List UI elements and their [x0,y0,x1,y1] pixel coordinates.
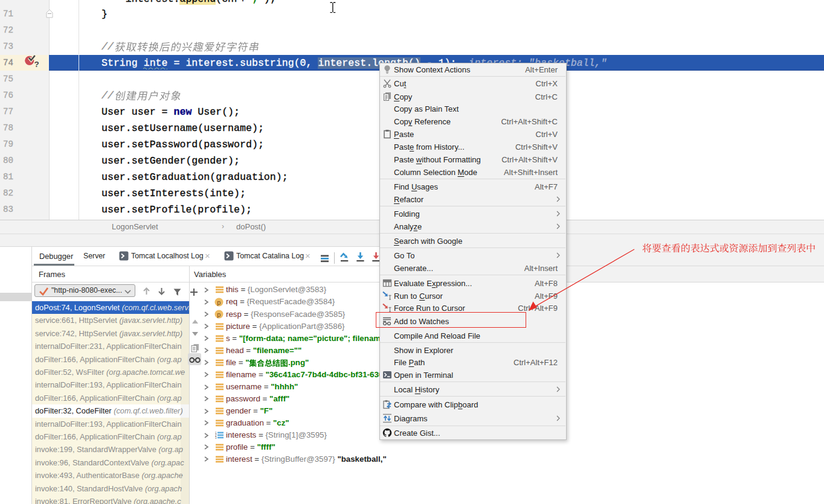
svg-text:3: 3 [215,436,217,439]
svg-text:p: p [217,298,220,305]
svg-text:p: p [217,311,220,318]
svg-text:?: ? [34,60,39,69]
